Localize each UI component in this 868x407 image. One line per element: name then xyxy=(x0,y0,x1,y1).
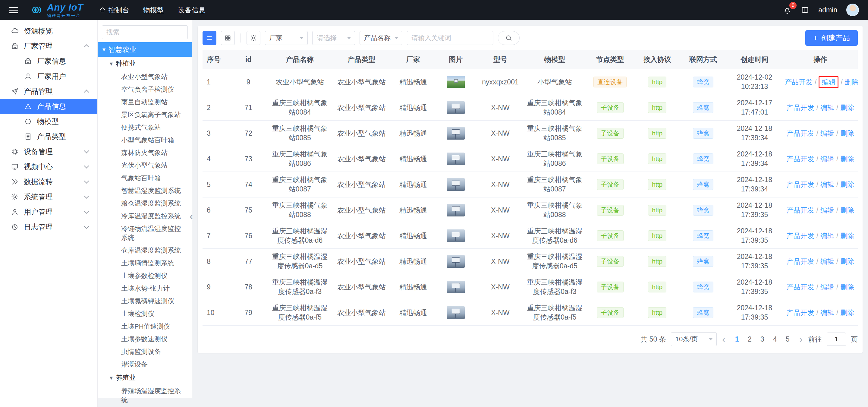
delete-link[interactable]: 删除 xyxy=(845,78,859,86)
table-row[interactable]: 2 71 重庆三峡柑橘气象站0084 农业小型气象站 精迅畅通 X-NW 重庆三… xyxy=(203,95,858,121)
keyword-input[interactable] xyxy=(407,31,493,45)
product-thumbnail[interactable] xyxy=(447,153,465,165)
product-thumbnail[interactable] xyxy=(447,127,465,139)
tree-leaf-node[interactable]: 土壤氮磷钾速测仪 xyxy=(98,295,192,308)
tree-leaf-node[interactable]: 土壤水势-张力计 xyxy=(98,282,192,295)
delete-link[interactable]: 删除 xyxy=(840,155,854,163)
field-filter-select[interactable]: 产品名称 xyxy=(360,31,402,45)
product-develop-link[interactable]: 产品开发 xyxy=(786,206,814,214)
tree-leaf-node[interactable]: 土壤检测仪 xyxy=(98,308,192,320)
goto-page-input[interactable] xyxy=(827,333,846,346)
edit-link[interactable]: 编辑 xyxy=(820,104,834,112)
top-nav-item[interactable]: 设备信息 xyxy=(178,5,206,15)
tree-leaf-node[interactable]: 土壤PH值速测仪 xyxy=(98,320,192,333)
sidebar-subitem[interactable]: 物模型 xyxy=(0,114,97,129)
edit-link[interactable]: 编辑 xyxy=(820,129,834,137)
sidebar-subitem[interactable]: 厂家用户 xyxy=(0,69,97,84)
product-develop-link[interactable]: 产品开发 xyxy=(786,104,814,112)
product-thumbnail[interactable] xyxy=(447,255,465,268)
sidebar-item[interactable]: 数据流转 xyxy=(0,174,97,189)
table-row[interactable]: 1 9 农业小型气象站 农业小型气象站 精迅畅通 nyxxqxz001 小型气象… xyxy=(203,69,858,95)
sidebar-item[interactable]: 设备管理 xyxy=(0,144,97,159)
tree-leaf-node[interactable]: 土壤墒情监测系统 xyxy=(98,257,192,270)
tree-leaf-node[interactable]: 虫情监测设备 xyxy=(98,345,192,358)
tree-leaf-node[interactable]: 雨量自动监测站 xyxy=(98,96,192,108)
page-number[interactable]: 1 xyxy=(731,332,743,346)
product-develop-link[interactable]: 产品开发 xyxy=(786,257,814,265)
tree-leaf-node[interactable]: 小型气象站百叶箱 xyxy=(98,134,192,147)
tree-leaf-node[interactable]: 光伏小型气象站 xyxy=(98,159,192,172)
sidebar-subitem[interactable]: 产品类型 xyxy=(0,129,97,144)
tree-leaf-node[interactable]: 气象站百叶箱 xyxy=(98,172,192,185)
product-develop-link[interactable]: 产品开发 xyxy=(786,309,814,317)
table-row[interactable]: 8 77 重庆三峡柑橘温湿度传感器0a-d5 农业小型气象站 精迅畅通 X-NW… xyxy=(203,249,858,274)
product-develop-link[interactable]: 产品开发 xyxy=(786,283,814,291)
list-view-button[interactable] xyxy=(203,31,216,45)
sidebar-item[interactable]: 用户管理 xyxy=(0,205,97,219)
edit-link[interactable]: 编辑 xyxy=(820,257,834,265)
sidebar-item[interactable]: 日志管理 xyxy=(0,219,97,234)
tree-leaf-node[interactable]: 智慧温湿度监测系统 xyxy=(98,185,192,197)
vendor-filter-select[interactable]: 厂家 xyxy=(265,31,308,45)
next-page-button[interactable]: › xyxy=(799,334,803,344)
delete-link[interactable]: 删除 xyxy=(840,232,854,240)
table-row[interactable]: 3 72 重庆三峡柑橘气象站0085 农业小型气象站 精迅畅通 X-NW 重庆三… xyxy=(203,121,858,146)
edit-link[interactable]: 编辑 xyxy=(822,78,835,86)
delete-link[interactable]: 删除 xyxy=(840,309,854,317)
notifications-button[interactable]: 0 xyxy=(783,5,792,14)
sidebar-item[interactable]: 视频中心 xyxy=(0,159,97,174)
sidebar-subitem[interactable]: 厂家信息 xyxy=(0,54,97,69)
page-size-select[interactable]: 10条/页 xyxy=(671,332,717,346)
product-develop-link[interactable]: 产品开发 xyxy=(786,129,814,137)
tree-search-input[interactable] xyxy=(102,25,188,39)
product-develop-link[interactable]: 产品开发 xyxy=(786,155,814,163)
top-nav-item[interactable]: 物模型 xyxy=(143,5,164,15)
logo[interactable]: Any IoT 物联网开放平台 xyxy=(30,3,84,18)
tree-leaf-node[interactable]: 农业小型气象站 xyxy=(98,70,192,83)
board-icon[interactable] xyxy=(801,6,809,14)
product-thumbnail[interactable] xyxy=(447,101,465,114)
tree-leaf-node[interactable]: 土壤参数检测仪 xyxy=(98,270,192,282)
column-settings-button[interactable] xyxy=(247,31,260,45)
page-number[interactable]: 5 xyxy=(781,332,794,346)
product-thumbnail[interactable] xyxy=(447,306,465,319)
product-develop-link[interactable]: 产品开发 xyxy=(786,181,814,188)
product-develop-link[interactable]: 产品开发 xyxy=(786,232,814,240)
sidebar-item[interactable]: 资源概览 xyxy=(0,24,97,39)
table-row[interactable]: 9 78 重庆三峡柑橘温湿度传感器0a-f3 农业小型气象站 精迅畅通 X-NW… xyxy=(203,274,858,300)
product-thumbnail[interactable] xyxy=(447,178,465,191)
tree-leaf-node[interactable]: 森林防火气象站 xyxy=(98,147,192,159)
sidebar-item[interactable]: 产品管理 xyxy=(0,84,97,99)
delete-link[interactable]: 删除 xyxy=(840,257,854,265)
edit-link[interactable]: 编辑 xyxy=(820,232,834,240)
edit-link[interactable]: 编辑 xyxy=(820,283,834,291)
table-row[interactable]: 4 73 重庆三峡柑橘气象站0086 农业小型气象站 精迅畅通 X-NW 重庆三… xyxy=(203,146,858,172)
product-develop-link[interactable]: 产品开发 xyxy=(785,78,812,86)
edit-link[interactable]: 编辑 xyxy=(820,155,834,163)
product-thumbnail[interactable] xyxy=(447,229,465,242)
table-row[interactable]: 6 75 重庆三峡柑橘气象站0088 农业小型气象站 精迅畅通 X-NW 重庆三… xyxy=(203,197,858,223)
tree-leaf-node[interactable]: 景区负氧离子气象站 xyxy=(98,108,192,121)
tree-group-node[interactable]: ▾种植业 xyxy=(98,57,192,70)
delete-link[interactable]: 删除 xyxy=(840,206,854,214)
sidebar-subitem[interactable]: 产品信息 xyxy=(0,99,97,114)
tree-leaf-node[interactable]: 灌溉设备 xyxy=(98,358,192,371)
tree-leaf-node[interactable]: 粮仓温湿度监测系统 xyxy=(98,197,192,210)
tree-leaf-node[interactable]: 便携式气象站 xyxy=(98,121,192,134)
delete-link[interactable]: 删除 xyxy=(840,283,854,291)
top-nav-item[interactable]: 控制台 xyxy=(99,5,129,15)
avatar[interactable] xyxy=(846,4,859,16)
secondary-filter-select[interactable]: 请选择 xyxy=(312,31,355,45)
grid-view-button[interactable] xyxy=(221,31,235,45)
edit-link[interactable]: 编辑 xyxy=(820,206,834,214)
page-number[interactable]: 3 xyxy=(756,332,768,346)
tree-leaf-node[interactable]: 仓库温湿度监测系统 xyxy=(98,244,192,257)
product-thumbnail[interactable] xyxy=(447,204,465,216)
table-row[interactable]: 7 76 重庆三峡柑橘温湿度传感器0a-d6 农业小型气象站 精迅畅通 X-NW… xyxy=(203,223,858,249)
product-thumbnail[interactable] xyxy=(447,76,465,88)
tree-leaf-node[interactable]: 冷链物流温湿度监控系统 xyxy=(98,222,192,244)
table-row[interactable]: 10 79 重庆三峡柑橘温湿度传感器0a-f5 农业小型气象站 精迅畅通 X-N… xyxy=(203,300,858,325)
delete-link[interactable]: 删除 xyxy=(840,129,854,137)
edit-link[interactable]: 编辑 xyxy=(820,181,834,188)
tree-group-node[interactable]: ▾养殖业 xyxy=(98,371,192,385)
